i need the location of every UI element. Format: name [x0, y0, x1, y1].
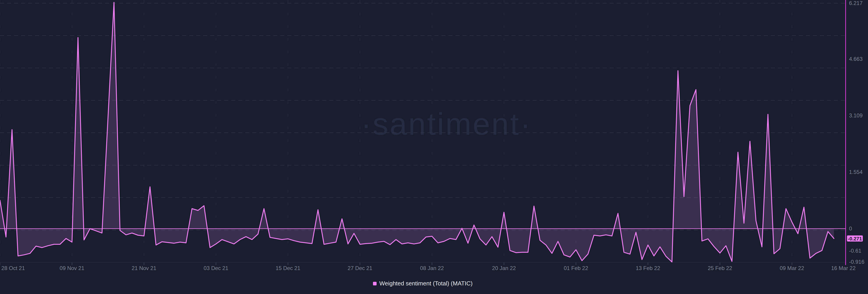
y-axis-label: 4.663: [849, 56, 863, 62]
y-axis-label: 6.217: [849, 0, 863, 6]
x-axis-label: 08 Jan 22: [420, 265, 444, 271]
legend-label: Weighted sentiment (Total) (MATIC): [379, 280, 472, 287]
y-axis-label: 3.109: [849, 112, 863, 118]
x-axis-label: 25 Feb 22: [708, 265, 732, 271]
sentiment-line: [0, 2, 834, 262]
x-axis-label: 01 Feb 22: [564, 265, 588, 271]
y-axis-label: -0.916: [849, 259, 864, 265]
x-axis-label: 21 Nov 21: [131, 265, 156, 271]
x-axis-label: 27 Dec 21: [348, 265, 372, 271]
chart-canvas[interactable]: 6.2174.6633.1091.5540-0.61-0.916-0.27128…: [0, 0, 868, 294]
chart-legend: Weighted sentiment (Total) (MATIC): [0, 280, 846, 287]
x-axis-label: 20 Jan 22: [492, 265, 516, 271]
weighted-sentiment-chart: ·santiment· 6.2174.6633.1091.5540-0.61-0…: [0, 0, 868, 294]
legend-swatch-icon: [373, 282, 377, 286]
y-axis-label: 1.554: [849, 169, 863, 175]
legend-item-weighted-sentiment[interactable]: Weighted sentiment (Total) (MATIC): [373, 280, 472, 287]
x-axis-label: 09 Mar 22: [780, 265, 804, 271]
x-axis-label: 15 Dec 21: [276, 265, 300, 271]
x-axis-label: 09 Nov 21: [60, 265, 84, 271]
x-axis-label: 03 Dec 21: [204, 265, 228, 271]
sentiment-area: [0, 2, 834, 262]
y-axis-label: 0: [849, 226, 852, 232]
y-axis-label: -0.61: [849, 247, 862, 254]
x-axis-label: 13 Feb 22: [636, 265, 660, 271]
x-axis-label: 28 Oct 21: [1, 265, 25, 271]
last-value-badge-text: -0.271: [848, 236, 862, 241]
x-axis-label: 16 Mar 22: [831, 265, 856, 271]
